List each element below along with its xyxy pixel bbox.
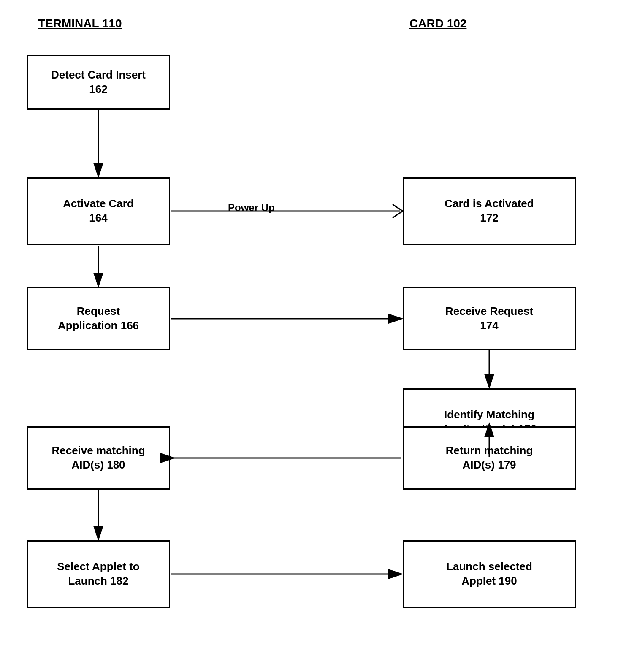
launch-applet-label: Launch selected Applet 190 — [446, 560, 532, 588]
receive-matching-aids-label: Receive matching AID(s) 180 — [52, 444, 145, 472]
diagram-container: TERMINAL 110 CARD 102 Detect Card Insert… — [0, 0, 618, 672]
receive-request-label: Receive Request 174 — [445, 304, 533, 333]
return-matching-aids-label: Return matching AID(s) 179 — [446, 444, 533, 472]
receive-request-box: Receive Request 174 — [403, 287, 576, 350]
activate-card-label: Activate Card 164 — [63, 197, 134, 225]
card-is-activated-box: Card is Activated 172 — [403, 177, 576, 245]
receive-matching-aids-box: Receive matching AID(s) 180 — [27, 426, 170, 490]
select-applet-box: Select Applet to Launch 182 — [27, 540, 170, 608]
arrow-activate-to-card-activated-head — [393, 204, 403, 218]
detect-card-insert-label: Detect Card Insert 162 — [51, 68, 146, 97]
launch-applet-box: Launch selected Applet 190 — [403, 540, 576, 608]
select-applet-label: Select Applet to Launch 182 — [57, 560, 140, 588]
card-is-activated-label: Card is Activated 172 — [445, 197, 534, 225]
power-up-label: Power Up — [228, 202, 275, 214]
activate-card-box: Activate Card 164 — [27, 177, 170, 245]
card-header: CARD 102 — [409, 17, 466, 30]
request-application-box: Request Application 166 — [27, 287, 170, 350]
return-matching-aids-box: Return matching AID(s) 179 — [403, 426, 576, 490]
detect-card-insert-box: Detect Card Insert 162 — [27, 55, 170, 110]
terminal-header: TERMINAL 110 — [38, 17, 122, 30]
request-application-label: Request Application 166 — [58, 304, 139, 333]
